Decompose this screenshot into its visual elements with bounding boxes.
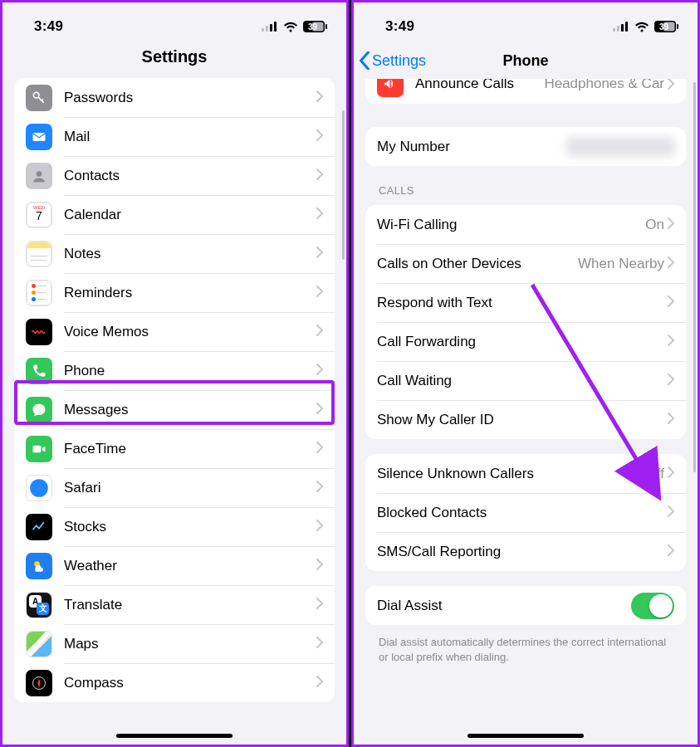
reminders-icon (26, 280, 52, 306)
back-button[interactable]: Settings (359, 51, 426, 70)
calls-row-calls-on-other-devices[interactable]: Calls on Other DevicesWhen Nearby (365, 244, 686, 283)
row-label: Compass (64, 675, 316, 691)
notes-icon (26, 241, 52, 267)
svg-point-8 (33, 92, 39, 98)
row-announce-calls[interactable]: Announce Calls Headphones & Car (365, 79, 686, 104)
chevron-left-icon (359, 51, 370, 70)
settings-row-passwords[interactable]: Passwords (14, 78, 335, 117)
row-label: Call Waiting (377, 373, 668, 389)
settings-row-weather[interactable]: Weather (14, 546, 335, 585)
settings-row-translate[interactable]: A文Translate (14, 585, 335, 624)
chevron-right-icon (316, 520, 323, 535)
dial-assist-switch[interactable] (631, 593, 674, 619)
row-label: Weather (64, 558, 316, 574)
row-label: Passwords (64, 90, 316, 106)
key-icon (26, 85, 52, 111)
settings-app-group: PasswordsMailContactsWED7CalendarNotesRe… (14, 78, 335, 702)
row-label: Translate (64, 597, 316, 613)
facetime-icon (26, 436, 52, 462)
chevron-right-icon (316, 442, 323, 456)
settings-row-voice-memos[interactable]: Voice Memos (14, 312, 335, 351)
settings-row-notes[interactable]: Notes (14, 234, 335, 273)
scroll-indicator[interactable] (342, 110, 345, 260)
chevron-right-icon (316, 364, 323, 378)
row-label: Contacts (64, 168, 316, 184)
svg-rect-0 (262, 28, 264, 32)
svg-rect-2 (270, 24, 272, 32)
row-label: Reminders (64, 285, 316, 301)
cellular-icon (613, 22, 629, 32)
section-header-calls: CALLS (365, 181, 686, 202)
row-value: Headphones & Car (544, 79, 664, 92)
row-label: Notes (64, 246, 316, 262)
calls-row-call-waiting[interactable]: Call Waiting (365, 361, 686, 400)
mail-icon (26, 124, 52, 150)
row-dial-assist[interactable]: Dial Assist (365, 586, 686, 625)
status-time: 3:49 (34, 18, 63, 35)
chevron-right-icon (316, 208, 323, 222)
chevron-right-icon (316, 129, 323, 144)
calls-row-wi-fi-calling[interactable]: Wi‑Fi CallingOn (365, 205, 686, 244)
row-label: Stocks (64, 519, 316, 535)
calendar-icon: WED7 (26, 202, 52, 228)
chevron-right-icon (316, 676, 323, 691)
status-icons: 39 (262, 21, 328, 32)
chevron-right-icon (316, 247, 323, 261)
calls-row-show-my-caller-id[interactable]: Show My Caller ID (365, 400, 686, 439)
settings-row-safari[interactable]: Safari (14, 468, 335, 507)
home-indicator[interactable] (467, 734, 584, 738)
row-label: SMS/Call Reporting (377, 544, 668, 560)
settings-row-phone[interactable]: Phone (14, 351, 335, 390)
silence-row-sms-call-reporting[interactable]: SMS/Call Reporting (365, 532, 686, 571)
row-label: Announce Calls (415, 79, 544, 92)
row-value: Off (646, 466, 664, 482)
page-title: Phone (502, 52, 548, 70)
screen-phone: 3:49 39 Settings Phone Announce Calls He… (351, 0, 700, 747)
row-my-number[interactable]: My Number (365, 127, 686, 166)
row-label: Respond with Text (377, 295, 668, 311)
chevron-right-icon (316, 286, 323, 300)
chevron-right-icon (316, 325, 323, 339)
back-label: Settings (372, 52, 426, 70)
row-label: FaceTime (64, 441, 316, 457)
settings-row-compass[interactable]: Compass (14, 663, 335, 702)
dial-assist-footer: Dial assist automatically determines the… (365, 630, 686, 664)
calls-row-call-forwarding[interactable]: Call Forwarding (365, 322, 686, 361)
scroll-indicator[interactable] (693, 82, 696, 472)
row-label: Phone (64, 363, 316, 379)
silence-row-silence-unknown-callers[interactable]: Silence Unknown CallersOff (365, 454, 686, 493)
svg-point-12 (30, 479, 48, 497)
settings-row-messages[interactable]: Messages (14, 390, 335, 429)
my-number-group: My Number (365, 127, 686, 166)
calls-row-respond-with-text[interactable]: Respond with Text (365, 283, 686, 322)
svg-rect-11 (33, 445, 42, 452)
settings-row-contacts[interactable]: Contacts (14, 156, 335, 195)
row-label: Mail (64, 129, 316, 145)
wifi-icon (283, 22, 298, 32)
row-label: Maps (64, 636, 316, 652)
cellular-icon (262, 22, 278, 32)
settings-row-facetime[interactable]: FaceTime (14, 429, 335, 468)
messages-icon (26, 397, 52, 423)
row-label: My Number (377, 139, 566, 155)
row-label: Silence Unknown Callers (377, 466, 646, 482)
voicememos-icon (26, 319, 52, 345)
svg-rect-5 (326, 24, 327, 29)
battery-icon: 39 (303, 21, 328, 32)
calls-group: Wi‑Fi CallingOnCalls on Other DevicesWhe… (365, 205, 686, 439)
silence-row-blocked-contacts[interactable]: Blocked Contacts (365, 493, 686, 532)
home-indicator[interactable] (116, 734, 233, 738)
settings-row-reminders[interactable]: Reminders (14, 273, 335, 312)
settings-row-maps[interactable]: Maps (14, 624, 335, 663)
chevron-right-icon (316, 481, 323, 496)
svg-rect-18 (625, 22, 628, 32)
status-icons: 39 (613, 21, 679, 32)
silence-group: Silence Unknown CallersOffBlocked Contac… (365, 454, 686, 571)
chevron-right-icon (316, 637, 323, 652)
status-bar: 3:49 39 (354, 2, 698, 42)
settings-row-stocks[interactable]: Stocks (14, 507, 335, 546)
settings-row-mail[interactable]: Mail (14, 117, 335, 156)
chevron-right-icon (668, 374, 674, 388)
settings-row-calendar[interactable]: WED7Calendar (14, 195, 335, 234)
status-bar: 3:49 39 (2, 2, 346, 42)
